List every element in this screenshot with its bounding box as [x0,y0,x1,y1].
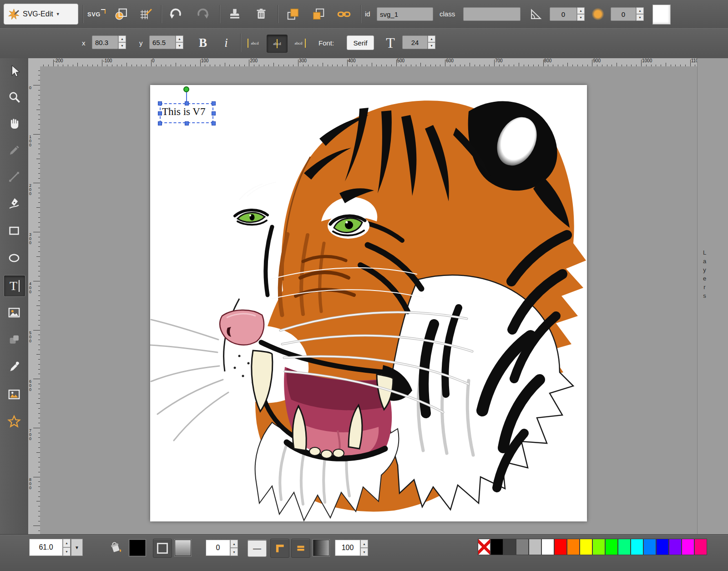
undo-button[interactable] [166,4,186,24]
zoom-spinner[interactable]: ▲▼ [63,539,71,556]
spinner-down-icon[interactable]: ▼ [63,547,71,556]
line-tool-button[interactable] [4,166,25,187]
eyedropper-tool-button[interactable] [4,356,25,377]
palette-swatch[interactable] [669,539,682,555]
y-spinner[interactable]: ▲▼ [176,35,183,49]
element-class-input[interactable] [463,7,521,21]
selection-handle-sw[interactable] [158,121,162,125]
spinner-up-icon[interactable]: ▲ [428,35,435,42]
font-size-input[interactable] [402,35,428,49]
palette-swatch[interactable] [656,539,669,555]
selection-handle-e[interactable] [212,111,216,115]
spinner-up-icon[interactable]: ▲ [118,35,126,42]
main-menu-button[interactable]: SVG-Edit ▼ [4,4,78,25]
spinner-down-icon[interactable]: ▼ [636,14,644,21]
spinner-up-icon[interactable]: ▲ [577,7,585,14]
text-anchor-middle-button[interactable]: abcd [267,35,288,53]
x-spinner[interactable]: ▲▼ [118,35,126,49]
selection-handle-n[interactable] [185,101,189,105]
spinner-down-icon[interactable]: ▼ [118,42,126,49]
opacity-spinner[interactable]: ▲▼ [360,540,368,556]
zoom-tool-button[interactable] [4,86,25,107]
image-tool-button[interactable] [4,302,25,323]
drawing-canvas[interactable] [150,85,587,521]
palette-swatch[interactable] [580,539,592,555]
linejoin-button[interactable] [270,539,289,558]
wireframe-button[interactable] [111,4,131,24]
text-x-input[interactable] [92,35,118,49]
layers-panel-tab[interactable]: Layers [697,58,728,535]
spinner-down-icon[interactable]: ▼ [577,14,585,21]
palette-swatch[interactable] [529,539,541,555]
rect-tool-button[interactable] [4,220,25,241]
text-anchor-start-button[interactable]: abcd [245,35,265,52]
rotation-grip[interactable] [183,86,189,92]
palette-swatch[interactable] [643,539,656,555]
stroke-width-input[interactable] [206,540,230,556]
spinner-up-icon[interactable]: ▲ [230,540,238,548]
edit-source-button[interactable]: SVG [86,4,106,24]
spinner-up-icon[interactable]: ▲ [636,7,644,14]
redo-button[interactable] [193,4,213,24]
palette-swatch[interactable] [516,539,529,555]
palette-swatch-none[interactable] [478,539,490,555]
zoom-input[interactable] [29,539,63,556]
font-family-button[interactable]: Serif [347,35,374,50]
rotation-angle-input[interactable] [550,7,577,21]
font-size-spinner[interactable]: ▲▼ [428,35,435,49]
italic-button[interactable]: i [218,33,234,53]
angle-spinner[interactable]: ▲▼ [577,7,585,21]
palette-swatch[interactable] [618,539,631,555]
stroke-width-spinner[interactable]: ▲▼ [230,540,238,556]
pan-tool-button[interactable] [4,113,25,134]
delete-button[interactable] [251,4,271,24]
zoom-dropdown-button[interactable]: ▼ [71,539,83,556]
text-anchor-end-button[interactable]: abcd [288,35,308,52]
text-y-input[interactable] [149,35,176,49]
spinner-up-icon[interactable]: ▲ [360,540,368,548]
selection-handle-se[interactable] [212,121,216,125]
make-link-button[interactable] [334,4,354,24]
move-to-bottom-button[interactable] [308,4,329,24]
selection-handle-s[interactable] [185,121,189,125]
stroke-color-swatch[interactable] [175,540,191,556]
palette-swatch[interactable] [592,539,605,555]
text-tool-button[interactable]: T [4,275,25,297]
path-tool-button[interactable] [4,193,25,214]
palette-swatch[interactable] [567,539,580,555]
star-tool-button[interactable] [4,411,25,432]
blur-amount-input[interactable] [611,7,636,21]
opacity-gradient-swatch[interactable] [313,540,329,556]
blur-tool[interactable] [590,6,606,22]
palette-swatch[interactable] [503,539,516,555]
bold-button[interactable]: B [194,33,212,53]
element-id-input[interactable] [377,7,433,21]
selection-handle-ne[interactable] [212,101,216,105]
canvas-text-element[interactable]: This is V7 [162,106,205,118]
palette-swatch[interactable] [490,539,503,555]
linecap-button[interactable] [291,539,310,558]
spinner-up-icon[interactable]: ▲ [176,35,183,42]
select-tool-button[interactable] [4,60,25,81]
current-color-indicator[interactable] [652,5,671,25]
spinner-down-icon[interactable]: ▼ [428,42,435,49]
spinner-down-icon[interactable]: ▼ [230,548,238,556]
ellipse-tool-button[interactable] [4,247,25,268]
palette-swatch[interactable] [631,539,643,555]
selection-handle-w[interactable] [158,111,162,115]
stroke-style-button[interactable]: — [248,540,267,557]
spinner-down-icon[interactable]: ▼ [360,548,368,556]
shape-library-button[interactable] [4,329,25,350]
editor-grid-button[interactable] [136,4,156,24]
clone-button[interactable] [225,4,245,24]
palette-swatch[interactable] [554,539,567,555]
palette-swatch[interactable] [694,539,707,555]
spinner-up-icon[interactable]: ▲ [63,539,71,547]
image-library-button[interactable] [4,384,25,405]
fill-color-swatch[interactable] [129,540,146,556]
pencil-tool-button[interactable] [4,140,25,161]
stroke-color-tool[interactable] [153,539,172,558]
palette-swatch[interactable] [541,539,554,555]
palette-swatch[interactable] [605,539,618,555]
opacity-input[interactable] [335,540,360,556]
